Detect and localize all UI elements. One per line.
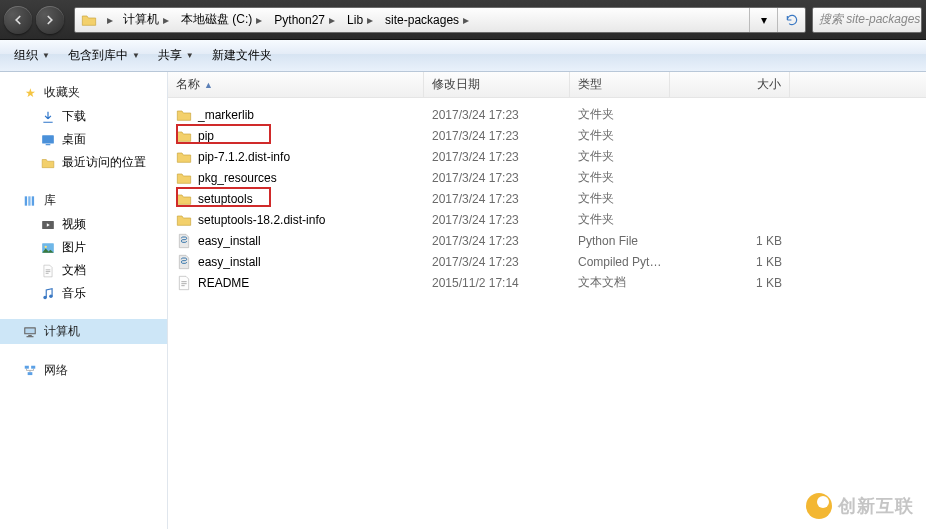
column-label: 修改日期 bbox=[432, 76, 480, 93]
organize-label: 组织 bbox=[14, 47, 38, 64]
chevron-right-icon[interactable]: ▸ bbox=[363, 13, 377, 27]
file-date: 2015/11/2 17:14 bbox=[424, 276, 570, 290]
sidebar-item-network[interactable]: 网络 bbox=[0, 358, 167, 383]
sidebar-group-libraries[interactable]: 库 bbox=[0, 188, 167, 213]
file-type: 文本文档 bbox=[570, 274, 670, 291]
list-item[interactable]: pip-7.1.2.dist-info2017/3/24 17:23文件夹 bbox=[168, 146, 926, 167]
file-size: 1 KB bbox=[670, 276, 790, 290]
computer-icon bbox=[22, 324, 38, 340]
text-icon bbox=[176, 275, 192, 291]
file-type: 文件夹 bbox=[570, 190, 670, 207]
svg-rect-4 bbox=[32, 196, 34, 205]
file-type: 文件夹 bbox=[570, 169, 670, 186]
sidebar-item-videos[interactable]: 视频 bbox=[0, 213, 167, 236]
new-folder-button[interactable]: 新建文件夹 bbox=[204, 43, 280, 68]
sidebar-item-desktop[interactable]: 桌面 bbox=[0, 128, 167, 151]
svg-point-8 bbox=[43, 295, 47, 299]
column-header-type[interactable]: 类型 bbox=[570, 72, 670, 97]
chevron-right-icon[interactable]: ▸ bbox=[103, 13, 117, 27]
file-size: 1 KB bbox=[670, 255, 790, 269]
breadcrumb-label: Lib bbox=[347, 13, 363, 27]
sidebar-item-documents[interactable]: 文档 bbox=[0, 259, 167, 282]
svg-rect-1 bbox=[46, 144, 51, 145]
folder-icon bbox=[176, 191, 192, 207]
column-header-date[interactable]: 修改日期 bbox=[424, 72, 570, 97]
breadcrumb[interactable]: Python27▸ bbox=[268, 8, 341, 32]
include-in-library-menu[interactable]: 包含到库中 ▼ bbox=[60, 43, 148, 68]
svg-rect-2 bbox=[25, 196, 27, 205]
refresh-button[interactable] bbox=[777, 8, 805, 32]
svg-rect-0 bbox=[42, 135, 54, 143]
breadcrumb[interactable]: site-packages▸ bbox=[379, 8, 475, 32]
video-icon bbox=[40, 217, 56, 233]
list-item[interactable]: pkg_resources2017/3/24 17:23文件夹 bbox=[168, 167, 926, 188]
svg-point-9 bbox=[49, 294, 53, 298]
svg-rect-3 bbox=[28, 196, 30, 205]
file-name: setuptools-18.2.dist-info bbox=[198, 213, 325, 227]
file-name: pip-7.1.2.dist-info bbox=[198, 150, 290, 164]
file-type: 文件夹 bbox=[570, 211, 670, 228]
sidebar-item-pictures[interactable]: 图片 bbox=[0, 236, 167, 259]
newfolder-label: 新建文件夹 bbox=[212, 47, 272, 64]
music-icon bbox=[40, 286, 56, 302]
file-name: _markerlib bbox=[198, 108, 254, 122]
sidebar-item-label: 文档 bbox=[62, 262, 86, 279]
chevron-right-icon[interactable]: ▸ bbox=[252, 13, 266, 27]
column-header-name[interactable]: 名称▲ bbox=[168, 72, 424, 97]
content-pane: 名称▲ 修改日期 类型 大小 _markerlib2017/3/24 17:23… bbox=[168, 72, 926, 529]
folder-icon bbox=[176, 128, 192, 144]
titlebar: ▸ 计算机▸ 本地磁盘 (C:)▸ Python27▸ Lib▸ site-pa… bbox=[0, 0, 926, 40]
chevron-down-icon: ▼ bbox=[132, 51, 140, 60]
list-item[interactable]: easy_install2017/3/24 17:23Python File1 … bbox=[168, 230, 926, 251]
breadcrumb[interactable]: 计算机▸ bbox=[117, 8, 175, 32]
list-item[interactable]: README2015/11/2 17:14文本文档1 KB bbox=[168, 272, 926, 293]
sidebar: ★ 收藏夹 下载 桌面 最近访问的位置 库 视频 图片 文档 音乐 计算机 网络 bbox=[0, 72, 168, 529]
file-type: 文件夹 bbox=[570, 106, 670, 123]
search-placeholder: 搜索 site-packages bbox=[819, 11, 920, 28]
file-date: 2017/3/24 17:23 bbox=[424, 234, 570, 248]
share-menu[interactable]: 共享 ▼ bbox=[150, 43, 202, 68]
breadcrumb[interactable]: Lib▸ bbox=[341, 8, 379, 32]
breadcrumb-label: 本地磁盘 (C:) bbox=[181, 11, 252, 28]
toolbar: 组织 ▼ 包含到库中 ▼ 共享 ▼ 新建文件夹 bbox=[0, 40, 926, 72]
chevron-right-icon[interactable]: ▸ bbox=[459, 13, 473, 27]
breadcrumb-label: 计算机 bbox=[123, 11, 159, 28]
network-title: 网络 bbox=[44, 362, 68, 379]
history-dropdown[interactable]: ▾ bbox=[749, 8, 777, 32]
chevron-down-icon: ▼ bbox=[186, 51, 194, 60]
list-item[interactable]: setuptools2017/3/24 17:23文件夹 bbox=[168, 188, 926, 209]
list-item[interactable]: pip2017/3/24 17:23文件夹 bbox=[168, 125, 926, 146]
file-name: pkg_resources bbox=[198, 171, 277, 185]
list-item[interactable]: easy_install2017/3/24 17:23Compiled Pyth… bbox=[168, 251, 926, 272]
chevron-right-icon[interactable]: ▸ bbox=[159, 13, 173, 27]
chevron-right-icon[interactable]: ▸ bbox=[325, 13, 339, 27]
svg-point-7 bbox=[45, 245, 47, 247]
column-header-size[interactable]: 大小 bbox=[670, 72, 790, 97]
column-label: 名称 bbox=[176, 76, 200, 93]
library-icon bbox=[22, 193, 38, 209]
forward-button[interactable] bbox=[36, 6, 64, 34]
sidebar-item-downloads[interactable]: 下载 bbox=[0, 105, 167, 128]
organize-menu[interactable]: 组织 ▼ bbox=[6, 43, 58, 68]
share-label: 共享 bbox=[158, 47, 182, 64]
list-item[interactable]: _markerlib2017/3/24 17:23文件夹 bbox=[168, 104, 926, 125]
sidebar-item-music[interactable]: 音乐 bbox=[0, 282, 167, 305]
download-icon bbox=[40, 109, 56, 125]
sidebar-item-label: 桌面 bbox=[62, 131, 86, 148]
svg-rect-13 bbox=[27, 336, 34, 337]
sidebar-item-computer[interactable]: 计算机 bbox=[0, 319, 167, 344]
file-date: 2017/3/24 17:23 bbox=[424, 129, 570, 143]
folder-icon bbox=[176, 107, 192, 123]
address-bar[interactable]: ▸ 计算机▸ 本地磁盘 (C:)▸ Python27▸ Lib▸ site-pa… bbox=[74, 7, 806, 33]
back-button[interactable] bbox=[4, 6, 32, 34]
picture-icon bbox=[40, 240, 56, 256]
sidebar-group-favorites[interactable]: ★ 收藏夹 bbox=[0, 80, 167, 105]
breadcrumb[interactable]: 本地磁盘 (C:)▸ bbox=[175, 8, 268, 32]
watermark-logo-icon bbox=[806, 493, 832, 519]
svg-rect-11 bbox=[25, 328, 34, 333]
list-item[interactable]: setuptools-18.2.dist-info2017/3/24 17:23… bbox=[168, 209, 926, 230]
sidebar-item-recent[interactable]: 最近访问的位置 bbox=[0, 151, 167, 174]
search-input[interactable]: 搜索 site-packages bbox=[812, 7, 922, 33]
file-date: 2017/3/24 17:23 bbox=[424, 171, 570, 185]
document-icon bbox=[40, 263, 56, 279]
